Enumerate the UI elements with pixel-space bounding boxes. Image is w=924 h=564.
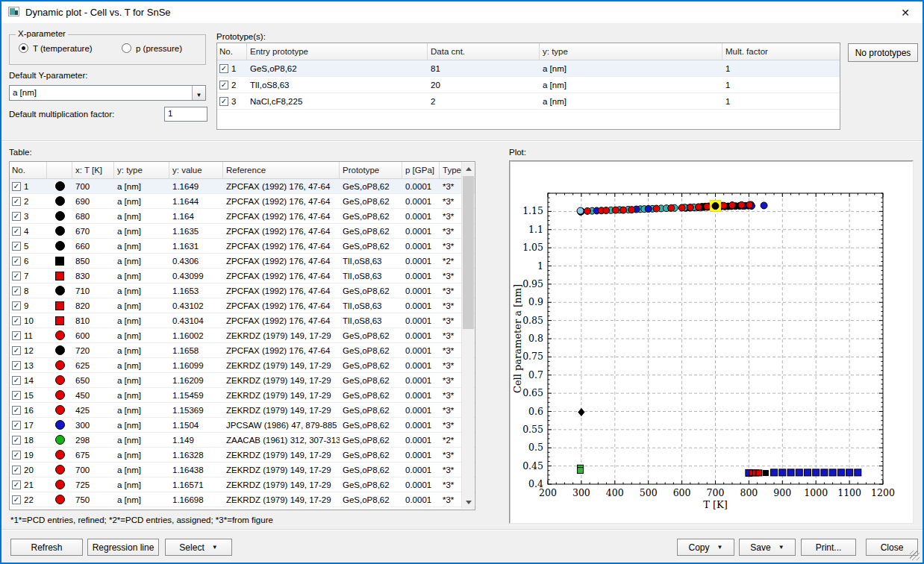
table-row[interactable]: ✓20700a [nm]1.16438ZEKRDZ (1979) 149, 17… — [10, 463, 475, 477]
resize-grip[interactable] — [910, 551, 920, 560]
row-checkbox[interactable]: ✓ — [12, 451, 21, 460]
row-checkbox[interactable]: ✓ — [219, 81, 228, 90]
refresh-button[interactable]: Refresh — [10, 539, 83, 556]
cell-yvalue: 1.149 — [169, 436, 223, 445]
row-checkbox[interactable]: ✓ — [12, 197, 21, 206]
prototype-row[interactable]: ✓1GeS,oP8,6281a [nm]1 — [217, 60, 840, 77]
row-checkbox[interactable]: ✓ — [12, 316, 21, 325]
table-row[interactable]: ✓16425a [nm]1.15369ZEKRDZ (1979) 149, 17… — [10, 403, 475, 418]
prototype-row[interactable]: ✓2TlI,oS8,6320a [nm]1 — [217, 77, 840, 93]
y-parameter-combobox[interactable]: a [nm] ▼ — [9, 85, 206, 101]
table-row[interactable]: ✓17300a [nm]1.1504JPCSAW (1986) 47, 879-… — [10, 418, 475, 433]
table-row[interactable]: ✓5660a [nm]1.1631ZPCFAX (1992) 176, 47-6… — [10, 239, 475, 254]
proto-col-header[interactable]: Entry prototype — [247, 43, 428, 60]
regression-line-button[interactable]: Regression line — [87, 539, 159, 556]
row-checkbox[interactable]: ✓ — [12, 182, 21, 191]
proto-col-header[interactable]: Data cnt. — [428, 43, 540, 60]
table-row[interactable]: ✓21725a [nm]1.16571ZEKRDZ (1979) 149, 17… — [10, 477, 475, 492]
row-checkbox[interactable]: ✓ — [12, 391, 21, 400]
table-row[interactable]: ✓22750a [nm]1.16698ZEKRDZ (1979) 149, 17… — [10, 492, 475, 507]
table-row[interactable]: ✓8710a [nm]1.1653ZPCFAX (1992) 176, 47-6… — [10, 283, 475, 298]
table-col-header[interactable]: Prototype — [340, 162, 402, 178]
row-checkbox[interactable]: ✓ — [12, 495, 21, 504]
table-row[interactable]: ✓9820a [nm]0.43102ZPCFAX (1992) 176, 47-… — [10, 298, 475, 313]
cell-ytype: a [nm] — [114, 286, 169, 295]
radio-temperature-circle[interactable] — [19, 43, 28, 53]
marker-circle-icon — [55, 480, 65, 489]
row-checkbox[interactable]: ✓ — [12, 272, 21, 281]
table-col-header[interactable]: p [GPa] — [402, 162, 440, 178]
close-icon[interactable]: ✕ — [897, 5, 914, 20]
table-row[interactable]: ✓13625a [nm]1.16099ZEKRDZ (1979) 149, 17… — [10, 358, 475, 373]
table-row[interactable]: ✓3680a [nm]1.164ZPCFAX (1992) 176, 47-64… — [10, 209, 475, 224]
row-checkbox[interactable]: ✓ — [12, 406, 21, 415]
cell-prototype: GeS,oP8,62 — [340, 182, 402, 191]
row-checkbox[interactable]: ✓ — [12, 301, 21, 310]
table-row[interactable]: ✓19675a [nm]1.16328ZEKRDZ (1979) 149, 17… — [10, 448, 475, 463]
cell-yvalue: 1.1649 — [169, 182, 223, 191]
radio-pressure-circle[interactable] — [122, 43, 131, 53]
print-button[interactable]: Print... — [801, 539, 856, 556]
table-row[interactable]: ✓10810a [nm]0.43104ZPCFAX (1992) 176, 47… — [10, 313, 475, 328]
row-checkbox[interactable]: ✓ — [12, 466, 21, 474]
copy-button[interactable]: Copy ▼ — [677, 539, 734, 556]
save-button[interactable]: Save ▼ — [739, 539, 796, 556]
row-checkbox[interactable]: ✓ — [12, 376, 21, 385]
mult-factor-input[interactable]: 1 — [164, 107, 207, 122]
table-col-header[interactable]: x: T [K] — [72, 162, 114, 178]
table-row[interactable]: ✓12720a [nm]1.1658ZPCFAX (1992) 176, 47-… — [10, 343, 475, 358]
table-row[interactable]: ✓14650a [nm]1.16209ZEKRDZ (1979) 149, 17… — [10, 373, 475, 388]
scrollbar-thumb[interactable] — [463, 176, 474, 329]
row-checkbox[interactable]: ✓ — [12, 436, 21, 445]
table-col-header[interactable] — [47, 162, 72, 178]
table-row[interactable]: ✓2690a [nm]1.1644ZPCFAX (1992) 176, 47-6… — [10, 194, 475, 209]
scroll-down-icon[interactable] — [462, 496, 475, 509]
cell-prototype: GeS,oP8,62 — [340, 451, 402, 460]
proto-col-header[interactable]: Mult. factor — [722, 43, 840, 60]
row-checkbox[interactable]: ✓ — [12, 346, 21, 355]
row-checkbox[interactable]: ✓ — [12, 212, 21, 221]
table-row[interactable]: ✓7830a [nm]0.43099ZPCFAX (1992) 176, 47-… — [10, 269, 475, 283]
table-col-header[interactable]: y: value — [169, 162, 223, 178]
row-checkbox[interactable]: ✓ — [12, 480, 21, 489]
row-checkbox[interactable]: ✓ — [12, 227, 21, 236]
select-button[interactable]: Select ▼ — [165, 539, 232, 556]
row-checkbox[interactable]: ✓ — [12, 421, 21, 430]
row-checkbox[interactable]: ✓ — [12, 331, 21, 340]
scroll-up-icon[interactable] — [462, 163, 475, 175]
table-row[interactable]: ✓1700a [nm]1.1649ZPCFAX (1992) 176, 47-6… — [10, 179, 475, 194]
row-checkbox[interactable]: ✓ — [219, 64, 228, 73]
table-col-header[interactable]: y: type — [114, 162, 169, 178]
plot-area[interactable]: 2003004005006007008009001000110012000.40… — [510, 161, 913, 523]
row-checkbox[interactable]: ✓ — [12, 361, 21, 370]
table-row[interactable]: ✓6850a [nm]0.4306ZPCFAX (1992) 176, 47-6… — [10, 254, 475, 269]
radio-temperature[interactable]: T (temperature) — [19, 43, 93, 53]
cell-pressure: 0.0001 — [402, 361, 440, 370]
row-checkbox[interactable]: ✓ — [12, 242, 21, 251]
cell-ytype: a [nm] — [114, 272, 169, 281]
row-checkbox[interactable]: ✓ — [219, 97, 228, 106]
table-row[interactable]: ✓11600a [nm]1.16002ZEKRDZ (1979) 149, 17… — [10, 328, 475, 343]
table-row[interactable]: ✓4670a [nm]1.1635ZPCFAX (1992) 176, 47-6… — [10, 224, 475, 239]
cell-reference: ZAACAB (1961) 312, 307-313 — [223, 436, 340, 445]
cell-ytype: a [nm] — [114, 301, 169, 310]
cell-reference: ZEKRDZ (1979) 149, 17-29 — [223, 376, 340, 385]
proto-entry: GeS,oP8,62 — [247, 64, 428, 73]
proto-col-header[interactable]: y: type — [540, 43, 722, 60]
prototype-row[interactable]: ✓3NaCl,cF8,2252a [nm]1 — [217, 93, 840, 110]
titlebar[interactable]: Dynamic plot - Cell vs. T for SnSe ✕ — [1, 1, 923, 23]
row-checkbox[interactable]: ✓ — [12, 286, 21, 295]
table-col-header[interactable]: No. — [10, 162, 47, 178]
row-checkbox[interactable]: ✓ — [12, 257, 21, 266]
proto-col-header[interactable]: No. — [217, 43, 247, 60]
table-row[interactable]: ✓18298a [nm]1.149ZAACAB (1961) 312, 307-… — [10, 433, 475, 448]
table-col-header[interactable]: Type — [440, 162, 462, 178]
proto-ytype: a [nm] — [540, 97, 722, 106]
cell-reference: ZPCFAX (1992) 176, 47-64 — [223, 316, 340, 325]
no-prototypes-button[interactable]: No prototypes — [848, 43, 918, 62]
table-col-header[interactable]: Reference — [223, 162, 340, 178]
y-parameter-dropdown-button[interactable]: ▼ — [192, 86, 205, 100]
table-row[interactable]: ✓15450a [nm]1.15459ZEKRDZ (1979) 149, 17… — [10, 388, 475, 403]
radio-pressure[interactable]: p (pressure) — [122, 43, 182, 53]
table-scrollbar[interactable] — [461, 163, 474, 509]
